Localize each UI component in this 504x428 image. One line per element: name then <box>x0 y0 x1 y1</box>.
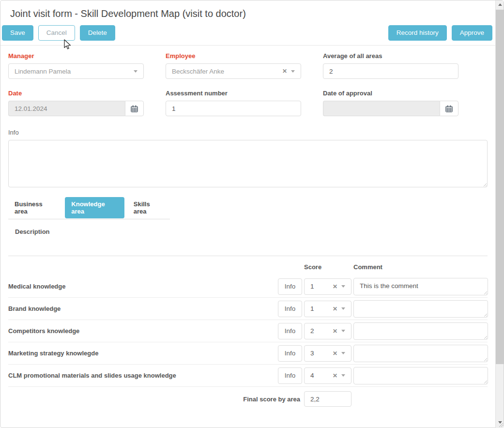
cancel-button[interactable]: Cancel <box>38 25 75 41</box>
average-field: Average of all areas <box>323 48 458 79</box>
clear-icon[interactable]: ✕ <box>333 372 337 379</box>
average-input[interactable] <box>323 63 458 79</box>
table-row: Competitors knowledge Info 2 ✕ <box>8 320 488 342</box>
arrow-up-icon <box>498 3 502 6</box>
scrollbar-thumb[interactable] <box>496 10 504 364</box>
table-row: Brand knowledge Info 1 ✕ <box>8 298 488 320</box>
skill-name: Marketing strategy knowlegde <box>8 350 276 357</box>
save-button[interactable]: Save <box>2 25 33 41</box>
score-select[interactable]: 3 ✕ <box>304 345 351 362</box>
score-select[interactable]: 1 ✕ <box>304 301 351 317</box>
info-textarea[interactable] <box>8 140 488 187</box>
tab-skills-area[interactable]: Skills area <box>127 197 170 218</box>
approve-button[interactable]: Approve <box>452 25 492 41</box>
comment-textarea[interactable] <box>353 300 488 318</box>
tab-bar: Business area Knowledge area Skills area <box>8 197 170 219</box>
comment-column-header: Comment <box>353 263 488 271</box>
comment-textarea[interactable] <box>353 322 488 340</box>
date-field: Date <box>8 86 144 116</box>
vertical-scrollbar[interactable] <box>495 0 504 428</box>
date-label: Date <box>8 90 144 97</box>
row-info-button[interactable]: Info <box>278 367 302 384</box>
description-heading: Description <box>15 228 495 235</box>
tab-knowledge-area[interactable]: Knowledge area <box>65 197 124 218</box>
assessment-number-label: Assessment number <box>166 90 301 97</box>
scroll-up-button[interactable] <box>496 0 504 9</box>
chevron-down-icon[interactable] <box>341 330 345 332</box>
table-row: Medical knowledge Info 1 ✕ This is the c… <box>8 275 488 298</box>
clear-icon[interactable]: ✕ <box>282 68 287 75</box>
table-header: Score Comment <box>8 256 488 275</box>
chevron-down-icon[interactable] <box>341 352 345 354</box>
final-score-label: Final score by area <box>8 396 302 403</box>
form-content: Joint visit form - Skill Development Map… <box>0 0 495 428</box>
score-select[interactable]: 4 ✕ <box>304 367 351 384</box>
chevron-down-icon[interactable] <box>134 70 137 73</box>
clear-icon[interactable]: ✕ <box>333 306 337 312</box>
clear-icon[interactable]: ✕ <box>333 283 337 290</box>
clear-icon[interactable]: ✕ <box>333 350 337 357</box>
joint-visit-form-page: Joint visit form - Skill Development Map… <box>0 0 504 428</box>
calendar-icon <box>445 105 453 112</box>
employee-label: Employee <box>166 52 301 60</box>
chevron-down-icon[interactable] <box>341 307 345 310</box>
chevron-down-icon[interactable] <box>291 70 295 73</box>
skill-name: Brand knowledge <box>8 305 276 313</box>
arrow-down-icon <box>498 421 502 424</box>
approval-date-picker-button[interactable] <box>440 101 458 116</box>
row-info-button[interactable]: Info <box>278 278 302 295</box>
date-picker-button[interactable] <box>125 101 144 116</box>
date-of-approval-input[interactable] <box>323 101 440 116</box>
clear-icon[interactable]: ✕ <box>333 328 337 335</box>
comment-textarea[interactable] <box>353 367 488 384</box>
assessment-number-field: Assessment number <box>166 86 301 116</box>
employee-value: Beckschäfer Anke <box>172 68 278 75</box>
score-value: 4 <box>310 372 329 379</box>
row-info-button[interactable]: Info <box>278 345 302 362</box>
calendar-icon <box>131 105 138 112</box>
row-info-button[interactable]: Info <box>278 323 302 339</box>
skill-name: Competitors knowledge <box>8 327 276 335</box>
delete-button[interactable]: Delete <box>80 25 115 41</box>
date-input[interactable] <box>8 101 125 116</box>
tab-business-area[interactable]: Business area <box>8 197 62 218</box>
chevron-down-icon[interactable] <box>341 285 345 288</box>
assessment-number-input[interactable] <box>166 101 301 116</box>
comment-textarea[interactable] <box>353 345 488 362</box>
comment-textarea[interactable]: This is the comment <box>353 278 488 295</box>
chevron-down-icon[interactable] <box>341 374 345 377</box>
score-column-header: Score <box>304 263 351 271</box>
toolbar: Save Cancel Delete Record history Approv… <box>0 25 495 46</box>
score-value: 1 <box>310 283 329 290</box>
manager-value: Lindemann Pamela <box>15 68 130 75</box>
row-info-button[interactable]: Info <box>278 301 302 317</box>
knowledge-table: Score Comment Medical knowledge Info 1 ✕… <box>0 256 495 411</box>
knowledge-table-body: Medical knowledge Info 1 ✕ This is the c… <box>8 275 488 387</box>
info-label: Info <box>8 129 488 136</box>
skill-name: CLM promotional materials and slides usa… <box>8 372 276 380</box>
record-history-button[interactable]: Record history <box>388 25 447 41</box>
manager-select[interactable]: Lindemann Pamela <box>8 63 144 79</box>
form-grid: Manager Lindemann Pamela Employee Becksc… <box>0 46 495 123</box>
table-row: CLM promotional materials and slides usa… <box>8 365 488 387</box>
score-value: 1 <box>310 305 329 312</box>
employee-select[interactable]: Beckschäfer Anke ✕ <box>166 63 301 79</box>
manager-label: Manager <box>8 52 144 60</box>
date-of-approval-label: Date of approval <box>323 90 458 97</box>
page-title: Joint visit form - Skill Development Map… <box>10 8 486 19</box>
manager-field: Manager Lindemann Pamela <box>8 48 144 79</box>
final-score-input[interactable] <box>304 391 351 407</box>
average-label: Average of all areas <box>323 52 458 60</box>
final-score-row: Final score by area <box>8 387 488 411</box>
skill-name: Medical knowledge <box>8 283 276 290</box>
table-row: Marketing strategy knowlegde Info 3 ✕ <box>8 342 488 365</box>
score-value: 3 <box>310 350 329 357</box>
info-section: Info <box>0 123 495 187</box>
employee-field: Employee Beckschäfer Anke ✕ <box>166 48 301 79</box>
date-of-approval-field: Date of approval <box>323 86 458 116</box>
score-select[interactable]: 1 ✕ <box>304 278 351 295</box>
score-value: 2 <box>310 327 329 335</box>
score-select[interactable]: 2 ✕ <box>304 323 351 339</box>
